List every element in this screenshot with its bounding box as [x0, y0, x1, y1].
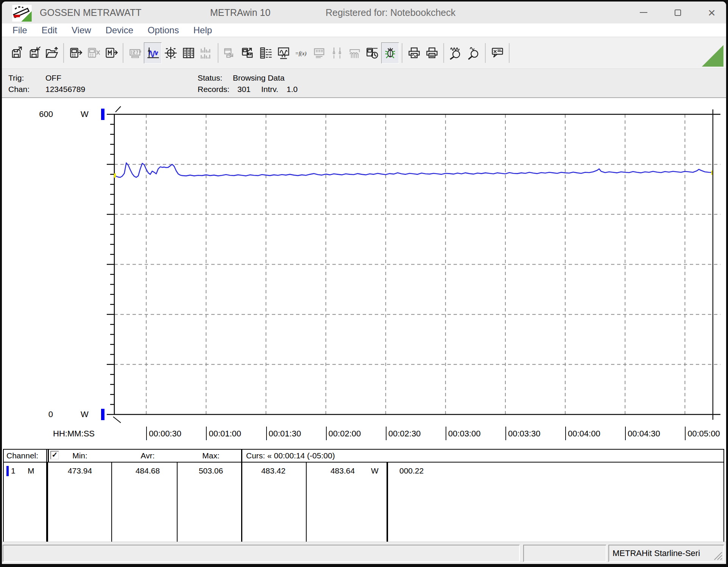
cursor-view-button[interactable] [162, 42, 179, 64]
floppy-out-icon [9, 46, 23, 60]
table-border [46, 449, 47, 463]
maximize-icon [675, 9, 681, 16]
device-store-icon [241, 46, 255, 60]
titlebar-app-name: METRAwin 10 [210, 2, 270, 23]
device-store-button[interactable] [239, 42, 257, 64]
probes-icon [330, 46, 344, 60]
records-label: Records: [198, 85, 229, 94]
load-file-button[interactable] [7, 42, 25, 64]
magnifier-icon [467, 46, 480, 60]
table-border [177, 463, 178, 542]
row-avr-value: 484.68 [121, 466, 174, 475]
table-border [46, 463, 48, 542]
toolbar-corner-triangle-icon [702, 45, 723, 67]
x-tick [625, 427, 626, 440]
timer-button[interactable] [363, 42, 381, 64]
table-border [387, 463, 388, 542]
window-controls: × [634, 2, 721, 23]
toolbar-separator [63, 43, 64, 63]
toolbar-separator [509, 43, 510, 63]
minimize-button[interactable] [634, 4, 653, 21]
save-file-button[interactable] [25, 42, 43, 64]
speech-bubble-icon [491, 46, 504, 60]
trend-plot[interactable] [2, 98, 726, 449]
menu-view[interactable]: View [66, 24, 97, 37]
printer-icon [425, 46, 439, 60]
maximize-button[interactable] [669, 4, 687, 21]
monitor-view-button[interactable] [274, 42, 292, 64]
open-file-button[interactable] [43, 42, 61, 64]
table-border [723, 463, 724, 542]
header-avr: Avr: [125, 451, 170, 460]
x-tick [446, 427, 446, 440]
x-tick-label: 00:00:30 [149, 429, 181, 439]
hint-button[interactable] [488, 42, 506, 64]
bridge-icon [348, 46, 362, 60]
table-border [111, 463, 112, 542]
titlebar: GOSSEN METRAWATT METRAwin 10 Registered … [2, 2, 726, 23]
header-max: Max: [188, 451, 234, 460]
zoom-in-button[interactable] [447, 42, 465, 64]
trig-value: OFF [45, 73, 61, 83]
print-preview-button[interactable] [405, 42, 423, 64]
channel-stats-table: Channel:✓Min:Avr:Max:Curs: « 00:00:14 (-… [2, 448, 726, 542]
x-tick-label: 00:03:00 [448, 429, 481, 439]
x-tick [505, 427, 506, 440]
print-button[interactable] [423, 42, 441, 64]
chan-value: 123456789 [45, 85, 85, 94]
trend-chart-panel[interactable]: 600 W 0 W HH:MM:SS 00:00:3000:01:0000:01… [2, 97, 726, 448]
table-border [48, 449, 49, 463]
formula-button[interactable]: =f(x) [292, 42, 310, 64]
trend-wave-icon [146, 46, 160, 60]
channel1-row-marker [6, 466, 9, 476]
menu-file[interactable]: File [7, 24, 33, 37]
zoom-out-button[interactable] [465, 42, 482, 64]
row-delta-value: 000.22 [399, 466, 424, 475]
titlebar-brand: GOSSEN METRAWATT [40, 2, 142, 23]
toolbar-separator [443, 43, 444, 63]
x-tick-label: 00:01:30 [269, 429, 301, 439]
crosshair-icon [164, 46, 178, 60]
window-arrow-icon [223, 46, 237, 60]
histogram-icon [200, 46, 213, 60]
toolbar-separator [402, 43, 402, 63]
menu-help[interactable]: Help [188, 24, 217, 37]
resize-grip[interactable] [713, 551, 723, 561]
row-min-value: 473.94 [53, 466, 106, 475]
interval-value: 1.0 [287, 85, 298, 94]
x-tick-label: 00:04:30 [628, 429, 660, 439]
statusbar-panel-middle [523, 545, 606, 562]
close-button[interactable]: × [703, 4, 721, 21]
magnifier-wave-icon [449, 46, 463, 60]
debug-button[interactable] [381, 42, 399, 64]
app-logo-icon [10, 5, 34, 22]
chan-label: Chan: [8, 85, 30, 94]
device-display-button [310, 42, 328, 64]
device-model-label: METRAHit Starline-Seri [613, 548, 700, 558]
toolbar-separator [218, 43, 218, 63]
x-tick-label: 00:04:00 [568, 429, 600, 439]
x-tick-label: 00:05:00 [687, 429, 720, 439]
channel-list-icon [259, 46, 273, 60]
svg-text:=f(x): =f(x) [295, 50, 306, 56]
monitor-wave-icon [277, 46, 290, 60]
x-tick-label: 00:02:00 [329, 429, 361, 439]
read-device-321-button[interactable] [67, 42, 84, 64]
menu-edit[interactable]: Edit [36, 24, 62, 37]
records-value: 301 [237, 85, 251, 94]
channel-list-button[interactable] [257, 42, 274, 64]
menu-device[interactable]: Device [100, 24, 139, 37]
trend-view-button[interactable] [144, 42, 162, 64]
menu-options[interactable]: Options [142, 24, 184, 37]
x-tick [565, 427, 566, 440]
x-tick [266, 427, 267, 440]
statusbar-panel-device: METRAHit Starline-Seri [608, 545, 724, 562]
lcd-display-icon [128, 46, 142, 60]
formula-icon: =f(x) [295, 46, 308, 60]
app-window: GOSSEN METRAWATT METRAwin 10 Registered … [0, 0, 728, 567]
read-device-m-button[interactable] [102, 42, 120, 64]
table-view-button[interactable] [179, 42, 197, 64]
device-m-icon [104, 46, 118, 60]
x-tick-label: 00:01:00 [209, 429, 241, 439]
device-clock-icon [366, 46, 379, 60]
